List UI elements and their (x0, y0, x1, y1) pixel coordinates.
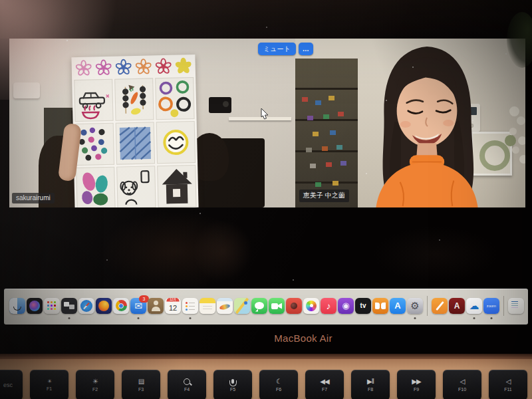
acrobat-logo-text: A (449, 298, 465, 314)
running-app-dot (491, 317, 493, 319)
drawing-car-onsen-cell (74, 79, 113, 122)
screen-top-bezel (0, 0, 532, 39)
wave-app-dock-icon[interactable] (217, 298, 233, 314)
drawing-grid (72, 77, 198, 207)
settings-dock-icon[interactable] (407, 298, 423, 314)
spotlight-search-icon (184, 378, 190, 385)
doc-stack-dock-icon[interactable] (508, 298, 524, 314)
reminders-dock-icon[interactable] (182, 298, 198, 314)
key-label: F10 (458, 387, 466, 392)
maps-dock-icon[interactable] (234, 298, 250, 314)
firefox-dock-icon[interactable] (96, 298, 112, 314)
chrome-dock-icon[interactable] (113, 298, 129, 314)
screen-reflection (372, 226, 499, 283)
brightness-down-icon: ☀ (47, 379, 51, 384)
drawing-blue-scribble-cell (116, 122, 155, 164)
mail-dock-icon[interactable]: 3 (130, 298, 146, 314)
microphone-icon (231, 379, 234, 384)
drawn-flower (175, 57, 192, 76)
key-label: F6 (276, 387, 281, 392)
appletv-logo-text: tv (355, 298, 371, 314)
running-app-dot (190, 317, 192, 319)
key-f11[interactable]: ◁F11 (489, 370, 527, 399)
appletv-dock-icon[interactable]: tv (355, 298, 371, 314)
fast-forward-icon: ▶▶ (412, 378, 420, 385)
volume-down-icon: ◁ (506, 378, 511, 385)
siri-dock-icon[interactable] (27, 298, 43, 314)
music-dock-icon[interactable] (321, 298, 336, 314)
call-controls: ミュート … (258, 43, 313, 55)
drawing-dots-cell (75, 123, 114, 166)
drawn-flower (115, 58, 132, 77)
key-esc[interactable]: esc (0, 370, 23, 399)
calendar-month: 12月 (166, 298, 179, 302)
key-label: F1 (47, 386, 52, 391)
dock-divider (427, 296, 428, 316)
drawn-flower (135, 57, 152, 76)
participant-name-tag: 恵美子 中之薗 (299, 190, 349, 202)
key-label: F5 (230, 387, 235, 392)
dock-divider (503, 296, 504, 316)
keyboard-function-row: esc☀F1☀F2▤F3F4F5☾F6◀◀F7▶‖F8▶▶F9◁F10◁F11 (0, 370, 527, 399)
contacts-dock-icon[interactable] (148, 298, 164, 314)
childrens-drawing-paper (71, 55, 198, 207)
notes-dock-icon[interactable] (200, 298, 215, 314)
drawn-flower-row (71, 55, 196, 80)
launchpad-dock-icon[interactable] (44, 298, 60, 314)
camera-on-shelf (209, 97, 231, 113)
key-label: F8 (368, 387, 373, 392)
key-f10[interactable]: ◁F10 (443, 370, 481, 399)
shelf-objects (302, 97, 308, 102)
key-f8[interactable]: ▶‖F8 (351, 370, 390, 399)
screen-reflection (100, 211, 253, 290)
key-label: esc (3, 382, 13, 388)
mute-button[interactable]: ミュート (258, 43, 296, 55)
participant-video-left: sakurairumi (9, 39, 295, 207)
mission-control-icon: ▤ (138, 378, 144, 385)
key-label: F9 (414, 387, 419, 392)
key-f7[interactable]: ◀◀F7 (305, 370, 344, 399)
hinge (0, 354, 532, 359)
photo-booth-dock-icon[interactable] (286, 298, 302, 314)
key-f4[interactable]: F4 (168, 370, 206, 399)
podcasts-dock-icon[interactable] (338, 298, 354, 314)
messages-dock-icon[interactable] (251, 298, 267, 314)
safari-dock-icon[interactable] (78, 298, 94, 314)
key-label: F11 (504, 387, 512, 392)
key-f5[interactable]: F5 (213, 370, 252, 399)
key-f3[interactable]: ▤F3 (122, 370, 160, 399)
zoom-dock-icon[interactable]: zoom (483, 298, 499, 314)
key-label: F3 (138, 387, 144, 392)
brightness-up-icon: ☀ (92, 378, 98, 385)
photos-dock-icon[interactable] (303, 298, 319, 314)
books-dock-icon[interactable] (372, 298, 388, 314)
white-flowers (509, 106, 519, 116)
running-app-dot (473, 317, 475, 319)
drawing-color-circles-cell (155, 77, 194, 120)
drawing-smiley-cell (156, 121, 196, 164)
macbook-screen: sakurairumi (0, 0, 532, 354)
drawing-dog-phone-cell (116, 166, 156, 207)
screen-reflection (193, 219, 253, 283)
window-tiles-dock-icon[interactable] (61, 298, 77, 314)
facetime-dock-icon[interactable] (269, 298, 285, 314)
calendar-dock-icon[interactable]: 12月12 (165, 298, 181, 314)
appstore-dock-icon[interactable]: A (390, 298, 406, 314)
key-f2[interactable]: ☀F2 (76, 370, 114, 399)
onedrive-dock-icon[interactable] (466, 298, 482, 314)
play-pause-icon: ▶‖ (367, 378, 374, 385)
acrobat-dock-icon[interactable]: A (449, 298, 465, 314)
drawing-dango-cell (114, 78, 154, 120)
finder-dock-icon[interactable] (9, 298, 25, 314)
participant-video-right: 恵美子 中之薗 (295, 39, 525, 207)
wall-shelf (229, 117, 291, 120)
pencil-app-dock-icon[interactable] (432, 298, 448, 314)
key-f1[interactable]: ☀F1 (30, 370, 68, 399)
calendar-day: 12 (165, 303, 181, 314)
key-f9[interactable]: ▶▶F9 (397, 370, 436, 399)
key-label: F2 (92, 387, 98, 392)
more-options-button[interactable]: … (299, 43, 313, 55)
key-f6[interactable]: ☾F6 (259, 370, 298, 399)
appstore-logo-text: A (390, 298, 406, 314)
drawing-house-cell (157, 165, 196, 207)
